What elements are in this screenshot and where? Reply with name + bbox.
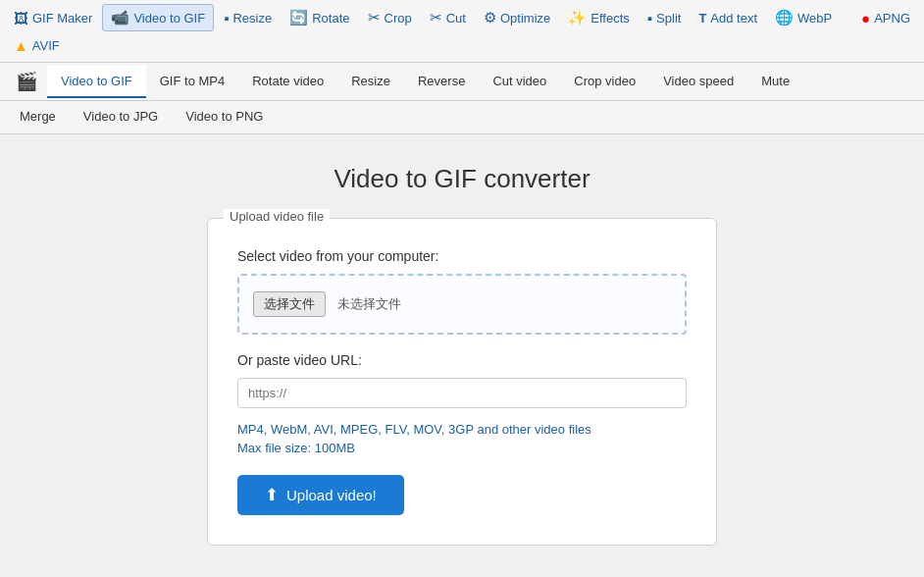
toolbar-avif[interactable]: ▲ AVIF xyxy=(6,33,68,58)
webp-icon: 🌐 xyxy=(775,9,794,26)
resize-icon: ▪ xyxy=(224,10,229,26)
apng-icon: ● xyxy=(861,10,870,26)
toolbar-gif-maker[interactable]: 🖼 GIF Maker xyxy=(6,6,100,30)
upload-icon: ⬆ xyxy=(265,485,279,505)
upload-card: Upload video file Select video from your… xyxy=(207,218,717,546)
video-to-gif-icon: 📹 xyxy=(111,9,129,26)
gif-maker-icon: 🖼 xyxy=(14,10,28,26)
tab-cut-video[interactable]: Cut video xyxy=(479,66,560,98)
upload-button[interactable]: ⬆ Upload video! xyxy=(237,475,404,515)
file-input-label[interactable]: 选择文件 未选择文件 xyxy=(253,291,401,317)
select-label: Select video from your computer: xyxy=(237,248,687,264)
card-legend: Upload video file xyxy=(224,209,330,224)
file-choose-button[interactable]: 选择文件 xyxy=(253,291,326,317)
toolbar-split[interactable]: ▪ Split xyxy=(640,6,690,30)
tab-video-to-jpg[interactable]: Video to JPG xyxy=(70,101,172,133)
subtoolbar: 🎬 Video to GIF GIF to MP4 Rotate video R… xyxy=(0,63,924,101)
tab-mute[interactable]: Mute xyxy=(747,66,803,98)
toolbar-rotate[interactable]: 🔄 Rotate xyxy=(282,5,357,30)
crop-icon: ✂ xyxy=(368,9,381,26)
tab-video-to-gif[interactable]: Video to GIF xyxy=(47,66,146,98)
file-no-chosen-text: 未选择文件 xyxy=(337,295,401,313)
toolbar-cut[interactable]: ✂ Cut xyxy=(422,5,474,30)
formats-text: MP4, WebM, AVI, MPEG, FLV, MOV, 3GP and … xyxy=(237,422,687,437)
split-icon: ▪ xyxy=(647,10,652,26)
cut-icon: ✂ xyxy=(430,9,442,26)
page-title: Video to GIF converter xyxy=(334,164,590,194)
thirdbar: Merge Video to JPG Video to PNG xyxy=(0,101,924,134)
video-clapboard-icon: 🎬 xyxy=(6,63,47,100)
tab-merge[interactable]: Merge xyxy=(6,101,70,133)
toolbar-video-to-gif[interactable]: 📹 Video to GIF xyxy=(102,4,214,31)
optimize-icon: ⚙ xyxy=(484,9,496,26)
main-content: Video to GIF converter Upload video file… xyxy=(0,134,924,577)
url-label: Or paste video URL: xyxy=(237,352,687,368)
add-text-icon: T xyxy=(698,11,706,26)
toolbar-crop[interactable]: ✂ Crop xyxy=(360,5,420,30)
tab-video-to-png[interactable]: Video to PNG xyxy=(172,101,277,133)
tab-crop-video[interactable]: Crop video xyxy=(560,66,649,98)
toolbar-optimize[interactable]: ⚙ Optimize xyxy=(476,5,558,30)
toolbar-webp[interactable]: 🌐 WebP xyxy=(767,5,840,30)
rotate-icon: 🔄 xyxy=(289,9,308,26)
toolbar-effects[interactable]: ✨ Effects xyxy=(560,5,638,30)
toolbar-resize[interactable]: ▪ Resize xyxy=(216,6,280,30)
toolbar-add-text[interactable]: T Add text xyxy=(691,7,765,29)
tab-resize[interactable]: Resize xyxy=(337,66,404,98)
filesize-text: Max file size: 100MB xyxy=(237,441,687,455)
tab-reverse[interactable]: Reverse xyxy=(404,66,479,98)
main-toolbar: 🖼 GIF Maker 📹 Video to GIF ▪ Resize 🔄 Ro… xyxy=(0,0,924,63)
url-input[interactable] xyxy=(237,378,687,408)
tab-rotate-video[interactable]: Rotate video xyxy=(238,66,337,98)
toolbar-apng[interactable]: ● APNG xyxy=(853,6,918,30)
avif-icon: ▲ xyxy=(14,37,28,54)
file-drop-area[interactable]: 选择文件 未选择文件 xyxy=(237,274,687,335)
tab-video-speed[interactable]: Video speed xyxy=(649,66,747,98)
tab-gif-to-mp4[interactable]: GIF to MP4 xyxy=(146,66,238,98)
effects-icon: ✨ xyxy=(568,9,587,26)
